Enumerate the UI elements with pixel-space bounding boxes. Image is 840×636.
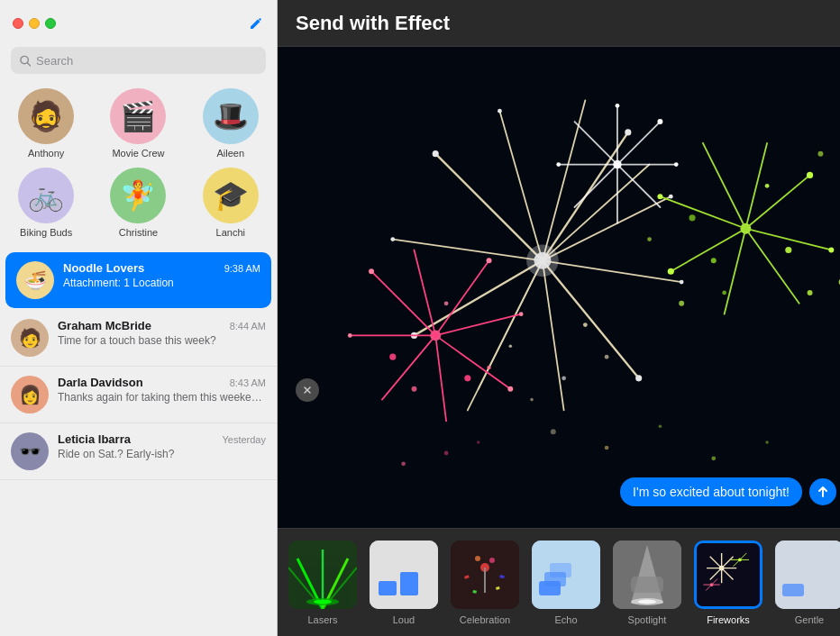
close-effect-button[interactable]	[296, 378, 319, 402]
svg-point-105	[314, 599, 332, 604]
contact-name: Movie Crew	[112, 148, 164, 159]
svg-point-31	[530, 398, 534, 402]
svg-point-45	[369, 268, 374, 274]
contact-avatar: 🎩	[203, 88, 259, 144]
svg-point-87	[616, 104, 620, 108]
svg-point-43	[507, 386, 513, 392]
svg-point-42	[519, 312, 524, 316]
svg-point-84	[657, 119, 662, 124]
sidebar: 🧔Anthony🎬Movie Crew🎩Aileen🚲Biking Buds🧚C…	[0, 0, 278, 636]
pinned-contact[interactable]: 🧚Christine	[102, 168, 174, 238]
conversation-avatar: 👩	[11, 376, 49, 413]
pinned-contact[interactable]: 🚲Biking Buds	[10, 168, 82, 238]
effects-strip: Lasers Loud	[278, 528, 840, 636]
fireworks-thumb	[694, 541, 762, 609]
svg-point-46	[464, 375, 470, 381]
svg-point-62	[668, 268, 674, 275]
message-bubble: I'm so excited about tonight!	[620, 477, 802, 506]
contact-name: Lanchi	[216, 227, 245, 238]
svg-point-28	[605, 355, 609, 359]
svg-point-63	[657, 194, 662, 199]
conversation-item[interactable]: 🕶️Leticia IbarraYesterdayRide on Sat.? E…	[0, 423, 277, 480]
contact-avatar: 🧚	[110, 168, 166, 223]
echo-thumb	[532, 541, 600, 609]
svg-rect-107	[379, 581, 397, 595]
svg-point-91	[551, 429, 556, 434]
conversation-name: Darla Davidson	[58, 376, 143, 389]
search-input[interactable]	[36, 54, 257, 68]
maximize-button[interactable]	[45, 18, 56, 29]
svg-point-50	[444, 301, 449, 305]
svg-point-64	[785, 247, 791, 253]
conversation-name: Leticia Ibarra	[58, 432, 131, 446]
svg-point-23	[498, 109, 502, 114]
search-icon	[20, 55, 31, 67]
send-button[interactable]	[809, 478, 836, 505]
contact-avatar: 🚲	[18, 168, 74, 223]
loud-label: Loud	[393, 614, 415, 625]
celebration-label: Celebration	[460, 614, 510, 625]
conversation-item[interactable]: 👩Darla Davidson8:43 AMThanks again for t…	[0, 367, 277, 423]
svg-line-1	[27, 62, 30, 65]
svg-rect-126	[631, 577, 663, 593]
svg-point-111	[475, 556, 480, 561]
pinned-contacts: 🧔Anthony🎬Movie Crew🎩Aileen🚲Biking Buds🧚C…	[0, 81, 277, 250]
fireworks-area: I'm so excited about tonight!	[278, 47, 840, 528]
conversation-avatar: 🕶️	[11, 432, 49, 470]
svg-point-125	[638, 599, 656, 604]
loud-thumb	[370, 541, 438, 609]
contact-name: Aileen	[217, 148, 245, 159]
spotlight-label: Spotlight	[628, 614, 667, 625]
spotlight-thumb	[613, 541, 681, 609]
svg-point-26	[583, 323, 588, 327]
effect-spotlight[interactable]: Spotlight	[609, 541, 685, 625]
svg-point-74	[647, 237, 652, 241]
conversation-preview: Thanks again for taking them this weeken…	[58, 391, 266, 404]
contact-avatar: 🎓	[203, 168, 259, 223]
gentle-thumb	[775, 541, 840, 609]
conversation-content: Darla Davidson8:43 AMThanks again for ta…	[58, 376, 266, 404]
svg-point-94	[711, 456, 716, 460]
conversation-content: Graham McBride8:44 AMTime for a touch ba…	[58, 319, 266, 347]
main-titlebar: Send with Effect	[278, 0, 840, 47]
effect-loud[interactable]: Loud	[366, 541, 442, 625]
effect-echo[interactable]: Echo	[528, 541, 604, 625]
svg-point-72	[817, 151, 823, 157]
gentle-label: Gentle	[795, 614, 824, 625]
svg-point-69	[722, 291, 726, 295]
svg-point-22	[433, 150, 439, 157]
pinned-contact[interactable]: 🎓Lanchi	[195, 168, 267, 238]
pinned-contact[interactable]: 🎬Movie Crew	[102, 88, 174, 159]
conversation-list: 🍜Noodle Lovers9:38 AMAttachment: 1 Locat…	[0, 250, 277, 636]
svg-point-60	[807, 172, 813, 178]
svg-point-49	[389, 354, 396, 360]
svg-point-112	[489, 558, 495, 563]
minimize-button[interactable]	[29, 18, 40, 29]
contact-avatar: 🧔	[18, 88, 74, 144]
close-button[interactable]	[13, 18, 23, 29]
compose-icon[interactable]	[248, 15, 264, 32]
contact-name: Anthony	[28, 148, 64, 159]
svg-point-65	[711, 258, 717, 263]
conversation-item[interactable]: 🧑Graham McBride8:44 AMTime for a touch b…	[0, 310, 277, 367]
conversation-time: 8:44 AM	[230, 321, 266, 332]
svg-rect-148	[782, 584, 804, 596]
svg-point-85	[674, 162, 679, 167]
effect-title: Send with Effect	[296, 12, 450, 35]
conversation-content: Noodle Lovers9:38 AMAttachment: 1 Locati…	[63, 261, 260, 289]
lasers-label: Lasers	[307, 614, 337, 625]
svg-point-61	[828, 248, 834, 253]
effect-celebration[interactable]: Celebration	[447, 541, 523, 625]
svg-point-44	[348, 333, 352, 338]
svg-point-93	[659, 424, 662, 428]
pinned-contact[interactable]: 🧔Anthony	[10, 88, 82, 159]
effect-fireworks[interactable]: Fireworks	[690, 541, 766, 625]
svg-point-47	[412, 386, 417, 392]
effect-lasers[interactable]: Lasers	[285, 541, 361, 625]
search-bar[interactable]	[11, 47, 266, 74]
pinned-contact[interactable]: 🎩Aileen	[195, 88, 267, 159]
effect-gentle[interactable]: Gentle	[772, 541, 840, 625]
svg-point-19	[635, 375, 642, 381]
svg-point-66	[765, 184, 770, 188]
conversation-item[interactable]: 🍜Noodle Lovers9:38 AMAttachment: 1 Locat…	[5, 252, 271, 308]
